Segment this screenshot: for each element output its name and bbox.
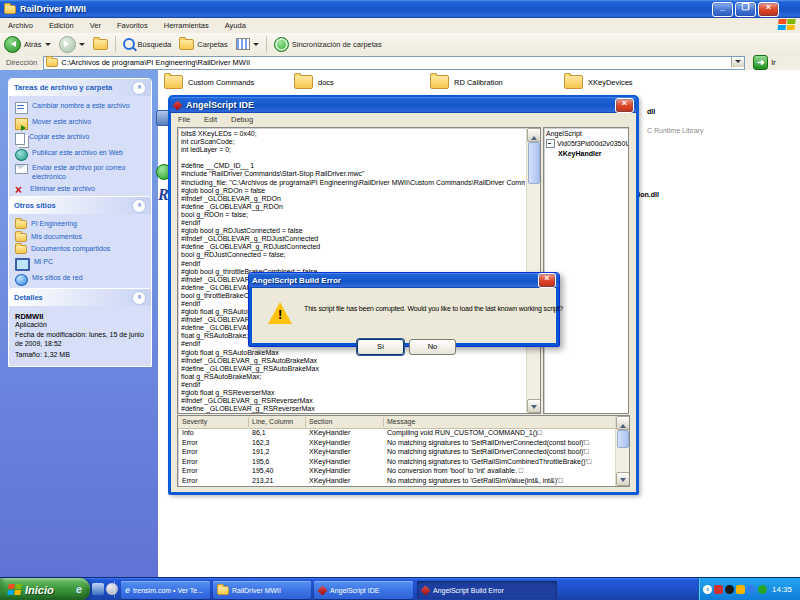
script-tree[interactable]: AngelScript Vid05f3Pid00d2v0350Uid XKeyH… — [543, 127, 629, 414]
place-mis-sitios-de-red[interactable]: Mis sitios de red — [15, 274, 148, 286]
collapse-chevron-icon[interactable] — [132, 291, 146, 305]
place-label[interactable]: Mis documentos — [31, 233, 82, 242]
tree-handler-node[interactable]: XKeyHandler — [558, 150, 628, 157]
task-label[interactable]: Copiar este archivo — [29, 133, 89, 142]
scroll-down-icon[interactable] — [527, 399, 541, 413]
task-label[interactable]: Cambiar nombre a este archivo — [32, 102, 130, 111]
tree-device-node[interactable]: Vid05f3Pid00d2v0350Uid — [546, 139, 628, 148]
code-scrollbar[interactable] — [526, 128, 540, 413]
taskbutton-raildriver[interactable]: RailDriver MWII — [213, 581, 311, 599]
search-button[interactable]: Búsqueda — [119, 34, 176, 54]
tree-device-label[interactable]: Vid05f3Pid00d2v0350Uid — [557, 140, 629, 147]
restore-button[interactable]: ❐ — [735, 2, 756, 17]
tray-icon-green[interactable] — [758, 585, 767, 594]
minimize-button[interactable]: _ — [712, 2, 733, 17]
task-label[interactable]: Enviar este archivo por correo electróni… — [32, 164, 148, 181]
place-label[interactable]: Mis sitios de red — [32, 274, 83, 283]
address-input[interactable]: C:\Archivos de programa\PI Engineering\R… — [43, 56, 745, 70]
quicklaunch-ie-icon[interactable]: e — [76, 583, 88, 595]
col-message[interactable]: Message — [387, 418, 415, 425]
place-mis-documentos[interactable]: Mis documentos — [15, 233, 148, 242]
col-line-column[interactable]: Line, Column — [252, 418, 293, 425]
menu-ver[interactable]: Ver — [82, 21, 109, 30]
collapse-chevron-icon[interactable] — [132, 81, 146, 95]
folder-tile-xkeydevices[interactable]: XKeyDevices — [564, 75, 633, 89]
collapse-chevron-icon[interactable] — [132, 199, 146, 213]
error-row[interactable]: Error 213,21 XKeyHandler No matching sig… — [178, 477, 629, 487]
dialog-close-button[interactable]: × — [538, 273, 556, 288]
task-label[interactable]: Publicar este archivo en Web — [32, 149, 123, 158]
place-label[interactable]: Documentos compartidos — [31, 245, 110, 254]
dialog-titlebar[interactable]: AngelScript Build Error × — [249, 273, 559, 288]
error-row[interactable]: Info 86,1 XKeyHandler Compiling void RUN… — [178, 429, 629, 439]
tray-icon-yellow[interactable] — [736, 585, 745, 594]
menu-archivo[interactable]: Archivo — [0, 21, 41, 30]
quicklaunch-media-icon[interactable] — [106, 583, 118, 595]
menu-edicion[interactable]: Edición — [41, 21, 82, 30]
tray-collapse-icon[interactable]: ‹ — [703, 585, 712, 594]
task-rename[interactable]: Cambiar nombre a este archivo — [15, 102, 148, 114]
tree-handler-label[interactable]: XKeyHandler — [558, 150, 602, 157]
place-pi-engineering[interactable]: PI Engineering — [15, 220, 148, 229]
ide-menu-file[interactable]: File — [171, 115, 197, 124]
folder-tile-custom-commands[interactable]: Custom Commands — [164, 75, 254, 89]
scroll-thumb[interactable] — [528, 142, 540, 184]
error-row[interactable]: Error 214,21 XKeyHandler No matching sig… — [178, 486, 629, 487]
close-button[interactable]: × — [758, 2, 779, 17]
up-button[interactable] — [89, 34, 112, 54]
quicklaunch-app-icon[interactable] — [92, 583, 104, 595]
forward-dropdown-icon[interactable] — [79, 43, 85, 49]
task-label[interactable]: Mover este archivo — [32, 118, 91, 127]
task-delete[interactable]: Eliminar este archivo — [15, 185, 148, 195]
error-row[interactable]: Error 195,40 XKeyHandler No conversion f… — [178, 467, 629, 477]
details-header[interactable]: Detalles — [9, 289, 151, 306]
scroll-up-icon[interactable] — [616, 416, 630, 430]
taskbutton-angelscript-ide[interactable]: AngelScript IDE — [314, 581, 413, 599]
ide-menu-edit[interactable]: Edit — [197, 115, 224, 124]
back-button[interactable]: Atrás — [0, 34, 55, 54]
task-publish[interactable]: Publicar este archivo en Web — [15, 149, 148, 161]
back-dropdown-icon[interactable] — [45, 43, 51, 49]
place-label[interactable]: Mi PC — [34, 258, 53, 267]
scroll-down-icon[interactable] — [616, 472, 630, 486]
error-row[interactable]: Error 195,6 XKeyHandler No matching sign… — [178, 458, 629, 468]
scroll-thumb[interactable] — [617, 430, 629, 448]
folder-tile-docs[interactable]: docs — [294, 75, 334, 89]
col-severity[interactable]: Severity — [182, 418, 207, 425]
ide-close-button[interactable]: × — [615, 98, 634, 113]
go-label[interactable]: Ir — [771, 58, 776, 67]
other-places-header[interactable]: Otros sitios — [9, 197, 151, 214]
menu-ayuda[interactable]: Ayuda — [217, 21, 254, 30]
tree-collapse-icon[interactable] — [546, 139, 555, 148]
tray-icon-red[interactable] — [714, 585, 723, 594]
ide-titlebar[interactable]: AngelScript IDE × — [170, 97, 637, 113]
tree-root-label[interactable]: AngelScript — [546, 130, 582, 137]
taskbutton-trensim[interactable]: e trensim.com • Ver Te... — [121, 581, 210, 599]
folders-button[interactable]: Carpetas — [175, 34, 231, 54]
place-label[interactable]: PI Engineering — [31, 220, 77, 229]
code-editor[interactable]: bits8 XKeyLEDs = 0x40;int curScanCode;in… — [177, 127, 541, 414]
error-list[interactable]: Severity Line, Column Section Message In… — [177, 415, 630, 487]
tray-icon-black[interactable] — [725, 585, 734, 594]
file-fragment-tion-dll[interactable]: tion.dll — [636, 191, 659, 198]
place-documentos-compartidos[interactable]: Documentos compartidos — [15, 245, 148, 254]
no-button[interactable]: No — [409, 339, 456, 355]
views-dropdown-icon[interactable] — [253, 43, 259, 49]
error-row[interactable]: Error 162,3 XKeyHandler No matching sign… — [178, 439, 629, 449]
menu-herramientas[interactable]: Herramientas — [156, 21, 217, 30]
task-move[interactable]: Mover este archivo — [15, 118, 148, 130]
explorer-titlebar[interactable]: RailDriver MWII _ ❐ × — [0, 0, 800, 18]
task-copy[interactable]: Copiar este archivo — [15, 133, 148, 145]
col-section[interactable]: Section — [309, 418, 332, 425]
task-email[interactable]: Enviar este archivo por correo electróni… — [15, 164, 148, 181]
forward-button[interactable] — [55, 34, 89, 54]
scroll-up-icon[interactable] — [527, 128, 541, 142]
menu-favoritos[interactable]: Favoritos — [109, 21, 156, 30]
tray-icon-blue[interactable] — [747, 585, 756, 594]
place-mi-pc[interactable]: Mi PC — [15, 258, 148, 271]
yes-button[interactable]: Sí — [357, 339, 404, 355]
ide-menu-debug[interactable]: Debug — [224, 115, 260, 124]
folder-tile-rd-calibration[interactable]: RD Calibration — [430, 75, 503, 89]
address-dropdown-icon[interactable] — [731, 57, 744, 67]
error-scrollbar[interactable] — [615, 416, 629, 486]
